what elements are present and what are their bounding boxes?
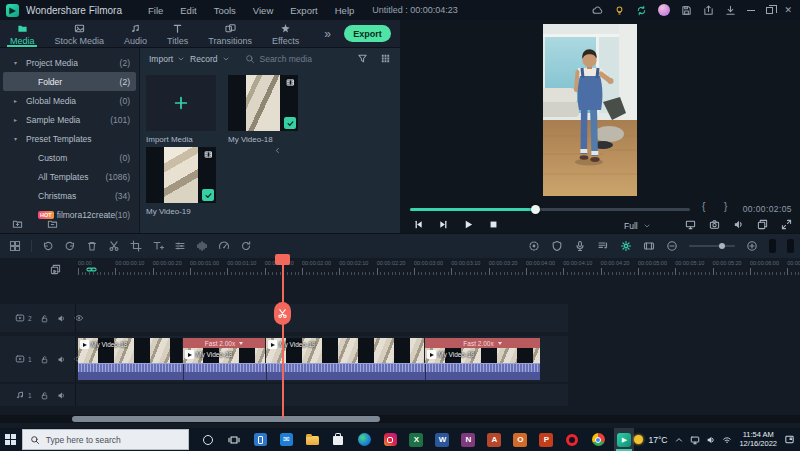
previous-frame-button[interactable] (413, 219, 424, 230)
tips-bulb-icon[interactable] (614, 5, 625, 16)
freeze-frame-icon[interactable] (620, 240, 632, 252)
sidebar-item-project-media[interactable]: ▾Project Media(2) (0, 53, 139, 72)
filter-icon[interactable] (357, 53, 368, 64)
download-icon[interactable] (725, 5, 736, 16)
play-button[interactable] (463, 219, 474, 230)
mute-track-icon[interactable] (57, 355, 66, 364)
sidebar-item-custom[interactable]: Custom(0) (0, 148, 139, 167)
sidebar-item-preset-templates[interactable]: ▾Preset Templates (0, 129, 139, 148)
workspace-layout-icon[interactable] (9, 240, 21, 252)
audio-mixer-icon[interactable] (196, 240, 208, 252)
cortana-button[interactable] (198, 428, 218, 451)
timeline-zoom-slider[interactable] (689, 245, 735, 247)
tray-display-icon[interactable] (690, 435, 700, 445)
tray-expand-icon[interactable] (674, 435, 684, 445)
timeline-clip-my-video-19[interactable]: My Video-19 (266, 338, 424, 363)
undo-icon[interactable] (42, 240, 54, 252)
audio-stretch-icon[interactable] (597, 240, 609, 252)
export-button[interactable]: Export (344, 25, 391, 42)
record-dropdown[interactable]: Record (190, 54, 229, 64)
taskbar-app-file-explorer[interactable] (302, 428, 322, 451)
mark-in-button[interactable]: { (702, 201, 705, 212)
taskbar-app-microsoft-store[interactable] (328, 428, 348, 451)
delete-icon[interactable] (86, 240, 98, 252)
more-tabs-chevron[interactable]: » (324, 27, 330, 41)
lock-track-icon[interactable] (40, 355, 49, 364)
motion-tracking-icon[interactable] (240, 240, 252, 252)
menu-file[interactable]: File (148, 5, 163, 16)
refresh-icon[interactable] (636, 5, 647, 16)
timeline-clip-my-video-18[interactable]: My Video-18 (78, 338, 182, 363)
close-button[interactable]: ✕ (784, 6, 792, 15)
save-icon[interactable] (681, 5, 692, 16)
taskbar-app-onenote[interactable]: N (458, 428, 478, 451)
tab-media[interactable]: Media (0, 20, 45, 47)
search-media-input[interactable]: Search media (245, 54, 353, 64)
mark-out-button[interactable]: } (724, 201, 727, 212)
tab-effects[interactable]: Effects (262, 20, 309, 47)
hide-track-icon[interactable] (74, 313, 84, 323)
taskbar-app-opera[interactable] (562, 428, 582, 451)
expander-icon[interactable]: ▸ (14, 97, 26, 104)
speed-label[interactable]: Fast 2.00x (183, 338, 265, 348)
lock-track-icon[interactable] (40, 314, 49, 323)
speed-icon[interactable] (218, 240, 230, 252)
tab-titles[interactable]: Titles (157, 20, 198, 47)
seek-knob[interactable] (531, 205, 540, 214)
video-track-2[interactable]: 2 (0, 304, 568, 332)
mute-track-icon[interactable] (57, 314, 66, 323)
speed-label[interactable]: Fast 2.00x (425, 338, 540, 348)
snapshot-icon[interactable] (709, 219, 720, 230)
volume-icon[interactable] (733, 219, 744, 230)
sidebar-item-sample-media[interactable]: ▸Sample Media(101) (0, 110, 139, 129)
taskbar-app-edge[interactable] (354, 428, 374, 451)
share-project-icon[interactable] (703, 5, 714, 16)
new-folder-icon[interactable] (12, 218, 23, 229)
panel-toggle-1[interactable] (769, 239, 776, 253)
display-device-icon[interactable] (685, 219, 696, 230)
menu-tools[interactable]: Tools (214, 5, 236, 16)
next-frame-button[interactable] (438, 219, 449, 230)
delete-folder-icon[interactable] (47, 218, 58, 229)
panel-toggle-2[interactable] (787, 239, 794, 253)
minimize-button[interactable] (747, 10, 755, 11)
split-icon[interactable] (108, 240, 120, 252)
sidebar-item-all-templates[interactable]: All Templates(1086) (0, 167, 139, 186)
taskbar-search-input[interactable]: Type here to search (22, 429, 190, 450)
tab-stock-media[interactable]: Stock Media (45, 20, 115, 47)
zoom-in-icon[interactable] (746, 240, 758, 252)
add-text-icon[interactable] (152, 240, 164, 252)
render-button-icon[interactable] (643, 240, 655, 252)
lock-track-icon[interactable] (40, 391, 49, 400)
menu-export[interactable]: Export (290, 5, 317, 16)
taskbar-app-outlook[interactable]: O (510, 428, 530, 451)
mask-icon[interactable] (551, 240, 563, 252)
taskbar-app-chrome[interactable] (588, 428, 608, 451)
menu-help[interactable]: Help (335, 5, 355, 16)
voiceover-icon[interactable] (574, 240, 586, 252)
preview-zoom-dropdown[interactable]: Full (624, 221, 651, 231)
timeline-clip-my-video-18[interactable]: Fast 2.00xMy Video-18 (183, 338, 265, 363)
user-avatar[interactable] (658, 4, 670, 16)
crop-icon[interactable] (130, 240, 142, 252)
expander-icon[interactable]: ▾ (14, 59, 26, 66)
media-browser-icon[interactable] (50, 261, 61, 279)
weather-widget[interactable]: 17°C (634, 435, 667, 445)
timeline-ruler[interactable]: 00:0000:00:00:1000:00:00:2000:00:01:0000… (0, 258, 800, 276)
taskbar-app-office-red[interactable]: A (484, 428, 504, 451)
action-center-button[interactable] (784, 434, 795, 445)
taskbar-app-filmora[interactable]: ▶ (614, 428, 634, 451)
tab-transitions[interactable]: Transitions (198, 20, 262, 47)
screen-record-icon[interactable] (528, 240, 540, 252)
render-preview-icon[interactable] (757, 219, 768, 230)
mute-track-icon[interactable] (57, 391, 66, 400)
expander-icon[interactable]: ▾ (14, 135, 26, 142)
taskbar-app-instagram[interactable] (380, 428, 400, 451)
tray-network-icon[interactable] (722, 435, 732, 445)
tray-volume-icon[interactable] (706, 435, 716, 445)
import-dropdown[interactable]: Import (149, 54, 185, 64)
adjust-icon[interactable] (174, 240, 186, 252)
taskbar-app-mail[interactable]: ✉ (276, 428, 296, 451)
clip-audio-waveform[interactable] (78, 363, 540, 380)
timeline-clip-my-video-19[interactable]: Fast 2.00xMy Video-19 (425, 338, 540, 363)
